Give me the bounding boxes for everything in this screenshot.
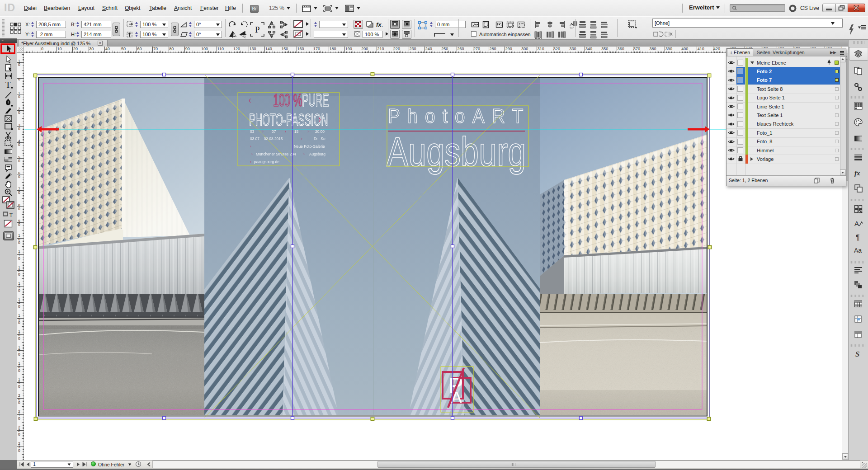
svg-text:P: P <box>255 25 260 34</box>
svg-text:fx: fx <box>854 169 860 177</box>
svg-text:Aa: Aa <box>854 247 862 254</box>
svg-text:T: T <box>5 80 11 89</box>
svg-text:T: T <box>9 212 13 217</box>
svg-text:S: S <box>855 350 859 358</box>
svg-text:A: A <box>854 220 859 227</box>
svg-text:¶: ¶ <box>856 234 860 241</box>
